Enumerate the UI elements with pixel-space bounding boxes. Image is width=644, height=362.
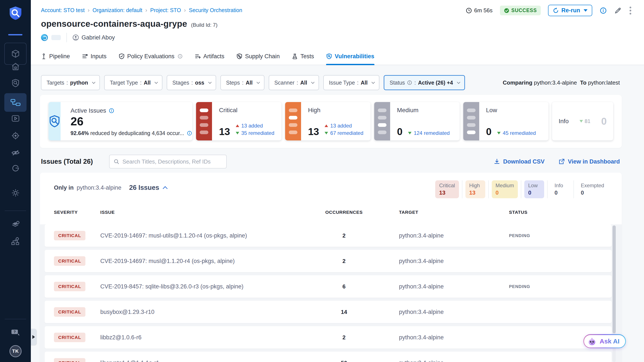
sto-logo-icon[interactable] xyxy=(0,6,31,20)
remediated-delta[interactable]: 35 remediated xyxy=(236,130,274,136)
severity-pill-medium[interactable]: Medium0 xyxy=(492,180,518,198)
rerun-button[interactable]: Re-run xyxy=(548,5,592,16)
issue-table-row[interactable]: CRITICALlibcrypto1.1@1.1.1a-r150python:3… xyxy=(45,352,612,362)
severity-card-title: Medium xyxy=(397,107,455,114)
sidebar-item-security-tests[interactable] xyxy=(0,78,31,88)
severity-pill-low[interactable]: Low0 xyxy=(524,180,544,198)
severity-count: 0 xyxy=(486,127,492,136)
sidebar-item-settings[interactable] xyxy=(0,188,31,198)
filter-scanner[interactable]: Scanner:All xyxy=(269,75,319,90)
info-icon[interactable] xyxy=(187,130,192,136)
tab-policy-evaluations[interactable]: Policy Evaluations xyxy=(118,48,183,65)
issue-title-link[interactable]: CVE-2019-14697: musl@1.1.20-r4 (os-pkgs,… xyxy=(100,258,307,264)
user-avatar[interactable]: TK xyxy=(10,345,22,357)
tab-artifacts[interactable]: Artifacts xyxy=(195,48,224,65)
sidebar-item-get-started[interactable] xyxy=(0,164,31,172)
download-csv-button[interactable]: Download CSV xyxy=(494,158,544,165)
severity-card-high[interactable]: High1313 added67 remediated xyxy=(285,102,370,140)
scrollbar-thumb[interactable] xyxy=(612,226,616,333)
breadcrumb-link[interactable]: Organization: default xyxy=(92,7,142,14)
sidebar-item-home[interactable] xyxy=(0,62,31,71)
issue-title-link[interactable]: busybox@1.29.3-r10 xyxy=(100,309,307,316)
pill-label: Low xyxy=(528,182,540,188)
issue-table-row[interactable]: CRITICALCVE-2019-14697: musl-utils@1.1.2… xyxy=(45,224,612,247)
filter-colon: : xyxy=(357,80,359,86)
collapse-chevron-icon[interactable] xyxy=(163,186,168,191)
target-value: python:3.4-alpine xyxy=(381,232,493,239)
down-triangle-icon xyxy=(324,132,328,134)
severity-pill-high[interactable]: High13 xyxy=(466,180,485,198)
added-delta[interactable]: 13 added xyxy=(236,123,274,129)
chevron-down-icon xyxy=(311,80,315,84)
severity-badge: CRITICAL xyxy=(54,333,86,342)
tab-vulnerabilities[interactable]: Vulnerabilities xyxy=(326,48,374,65)
added-delta[interactable]: 13 added xyxy=(324,123,363,129)
tab-tests[interactable]: Tests xyxy=(292,48,314,65)
severity-pill-info[interactable]: Info0 xyxy=(550,180,570,198)
severity-card-critical[interactable]: Critical1313 added35 remediated xyxy=(196,102,282,140)
pipeline-tab-icon xyxy=(41,53,46,59)
sidebar-item-targets[interactable] xyxy=(0,131,31,140)
tab-supply-chain[interactable]: Supply Chain xyxy=(236,48,280,65)
severity-badge: CRITICAL xyxy=(54,358,86,362)
severity-dash xyxy=(378,130,386,134)
severity-card-low[interactable]: Low045 remediated xyxy=(463,102,549,140)
pipeline-info-button[interactable] xyxy=(600,7,607,14)
dedup-note: 92.64% reduced by deduplicating 4,634 oc… xyxy=(70,130,192,136)
up-triangle-icon xyxy=(236,124,239,127)
occurrences-value: 2 xyxy=(307,334,381,341)
sidebar-item-org-settings[interactable] xyxy=(0,236,31,246)
issue-title-link[interactable]: libcrypto1.1@1.1.1a-r1 xyxy=(100,360,307,362)
help-button[interactable]: ? xyxy=(0,328,31,338)
tab-inputs[interactable]: Inputs xyxy=(82,48,106,65)
sidebar-item-pipelines-active[interactable] xyxy=(4,93,26,112)
breadcrumb-link[interactable]: Project: STO xyxy=(150,7,181,14)
issue-table-row[interactable]: CRITICALCVE-2019-14697: musl@1.1.20-r4 (… xyxy=(45,250,612,272)
filter-issue-type[interactable]: Issue Type:All xyxy=(323,75,379,90)
remediated-delta[interactable]: 67 remediated xyxy=(324,130,363,136)
edit-pipeline-button[interactable] xyxy=(614,7,622,14)
filter-bar: Targets:pythonTarget Type:AllStages:ossS… xyxy=(41,75,465,90)
down-triangle-icon xyxy=(580,120,583,122)
search-input[interactable] xyxy=(122,158,222,165)
filter-value: python xyxy=(70,80,88,86)
tab-pipeline[interactable]: Pipeline xyxy=(41,48,70,65)
filter-status[interactable]: Status:Active (26) +4 xyxy=(384,75,465,90)
issue-title-link[interactable]: CVE-2019-14697: musl-utils@1.1.20-r4 (os… xyxy=(100,232,307,239)
sidebar-item-project-settings[interactable] xyxy=(0,220,31,230)
severity-dash xyxy=(200,130,208,134)
breadcrumb-link[interactable]: Account: STO test xyxy=(41,7,84,14)
issues-search[interactable] xyxy=(109,155,227,168)
severity-card-title: Low xyxy=(486,107,544,114)
triggered-by: Gabriel Aboy xyxy=(72,34,115,41)
sidebar-item-executions[interactable] xyxy=(0,114,31,123)
issue-table-row[interactable]: CRITICALbusybox@1.29.3-r1014python:3.4-a… xyxy=(45,301,612,323)
issue-group-header[interactable]: Only in python:3.4-alpine 26 Issues xyxy=(54,184,168,192)
filter-label: Targets xyxy=(46,80,64,86)
issue-table-row[interactable]: CRITICALCVE-2019-8457: sqlite-libs@3.26.… xyxy=(45,275,612,298)
sidebar-item-exemptions[interactable] xyxy=(0,148,31,158)
info-severity-card[interactable]: Info 81 0 xyxy=(552,102,613,140)
issue-title-link[interactable]: libbz2@1.0.6-r6 xyxy=(100,334,307,341)
severity-card-medium[interactable]: Medium0124 remediated xyxy=(374,102,460,140)
module-switcher[interactable] xyxy=(4,43,26,65)
issue-title-link[interactable]: CVE-2019-8457: sqlite-libs@3.26.0-r3 (os… xyxy=(100,283,307,290)
ask-ai-button[interactable]: Ask AI xyxy=(584,334,626,348)
sidebar-expand-handle[interactable] xyxy=(31,329,36,345)
rerun-dropdown-caret[interactable] xyxy=(584,9,588,12)
severity-pill-exempted[interactable]: Exempted0 xyxy=(577,180,608,198)
filter-target-type[interactable]: Target Type:All xyxy=(104,75,162,90)
issue-table-row[interactable]: CRITICALlibbz2@1.0.6-r62python:3.4-alpin… xyxy=(45,326,612,348)
remediated-delta[interactable]: 45 remediated xyxy=(497,130,536,136)
view-in-dashboard-button[interactable]: View in Dashboard xyxy=(558,158,620,165)
remediated-text: 35 remediated xyxy=(241,130,274,136)
more-options-button[interactable] xyxy=(629,6,632,15)
severity-pill-critical[interactable]: Critical13 xyxy=(435,180,459,198)
remediated-delta[interactable]: 124 remediated xyxy=(408,130,450,136)
filter-steps[interactable]: Steps:All xyxy=(220,75,264,90)
filter-targets[interactable]: Targets:python xyxy=(41,75,100,90)
filter-stages[interactable]: Stages:oss xyxy=(167,75,216,90)
breadcrumb-link[interactable]: Security Orchestration xyxy=(189,7,242,14)
info-icon[interactable] xyxy=(109,108,114,114)
active-issues-card[interactable]: Active Issues 26 92.64% reduced by dedup… xyxy=(48,102,192,140)
